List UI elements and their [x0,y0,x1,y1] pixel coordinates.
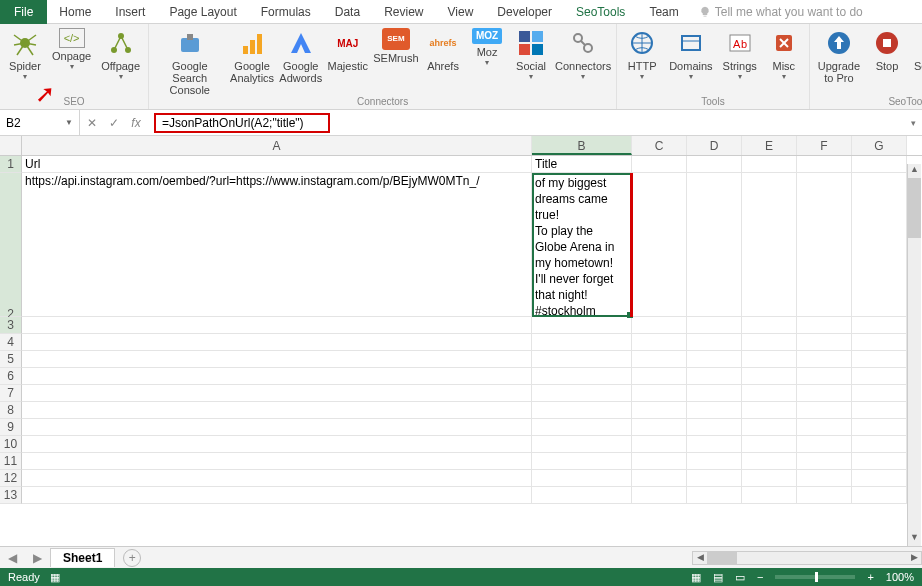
settings-button[interactable]: Settings▾ [912,26,922,84]
cell-G1[interactable] [852,156,907,173]
select-all-corner[interactable] [0,136,22,155]
col-B[interactable]: B [532,136,632,155]
tab-view[interactable]: View [436,0,486,24]
formula-input[interactable] [162,116,322,130]
scroll-left-icon[interactable]: ◀ [693,552,707,564]
col-F[interactable]: F [797,136,852,155]
google-analytics-button[interactable]: GoogleAnalytics [230,26,273,96]
http-label: HTTP [628,60,657,72]
row-9-header[interactable]: 9 [0,419,22,436]
sheet-nav-next-icon[interactable]: ▶ [25,551,50,565]
tab-seotools[interactable]: SeoTools [564,0,637,24]
cell-A3[interactable] [22,317,532,334]
view-break-icon[interactable]: ▭ [735,571,745,584]
zoom-level[interactable]: 100% [886,571,914,583]
http-button[interactable]: HTTP▾ [623,26,661,81]
horizontal-scrollbar[interactable]: ◀▶ [692,551,922,565]
row-5-header[interactable]: 5 [0,351,22,368]
cell-B1[interactable]: Title [532,156,632,173]
cell-D1[interactable] [687,156,742,173]
view-normal-icon[interactable]: ▦ [691,571,701,584]
row-8-header[interactable]: 8 [0,402,22,419]
tab-review[interactable]: Review [372,0,435,24]
cell-A1[interactable]: Url [22,156,532,173]
row-12-header[interactable]: 12 [0,470,22,487]
hscroll-thumb[interactable] [707,552,737,564]
semrush-button[interactable]: SEMSEMrush [374,26,418,96]
col-C[interactable]: C [632,136,687,155]
name-box-dropdown-icon[interactable]: ▼ [65,118,73,127]
strings-button[interactable]: AbStrings▾ [721,26,759,81]
offpage-button[interactable]: Offpage▾ [99,26,142,81]
stop-icon [872,28,902,58]
upgrade-button[interactable]: Upgradeto Pro [816,26,862,84]
cell-E2[interactable] [742,173,797,317]
row-4-header[interactable]: 4 [0,334,22,351]
tell-me[interactable]: Tell me what you want to do [699,5,863,19]
moz-button[interactable]: MOZMoz▾ [468,26,506,96]
col-E[interactable]: E [742,136,797,155]
name-box-input[interactable] [6,116,65,130]
spider-button[interactable]: Spider▾ [6,26,44,81]
vscroll-thumb[interactable] [908,178,921,238]
domains-button[interactable]: Domains▾ [667,26,714,81]
tab-developer[interactable]: Developer [485,0,564,24]
cell-G2[interactable] [852,173,907,317]
tab-page-layout[interactable]: Page Layout [157,0,248,24]
scroll-down-icon[interactable]: ▼ [908,532,921,546]
majestic-icon: MAJ [333,28,363,58]
row-7-header[interactable]: 7 [0,385,22,402]
social-button[interactable]: Social▾ [512,26,550,96]
cell-B2[interactable]: of my biggest dreams came true! To play … [532,173,632,317]
google-adwords-button[interactable]: GoogleAdwords [280,26,322,96]
row-13-header[interactable]: 13 [0,487,22,504]
cell-C1[interactable] [632,156,687,173]
formula-expand-icon[interactable]: ▾ [905,118,922,128]
sheet-tab-sheet1[interactable]: Sheet1 [50,548,115,567]
vertical-scrollbar[interactable]: ▲▼ [907,164,921,546]
cell-E1[interactable] [742,156,797,173]
tab-file[interactable]: File [0,0,47,24]
google-search-console-button[interactable]: Google SearchConsole [155,26,224,96]
row-11-header[interactable]: 11 [0,453,22,470]
tab-home[interactable]: Home [47,0,103,24]
cell-D2[interactable] [687,173,742,317]
formula-cancel-icon[interactable]: ✕ [84,116,100,130]
majestic-button[interactable]: MAJMajestic [328,26,368,96]
cell-A2[interactable]: https://api.instagram.com/oembed/?url=ht… [22,173,532,317]
zoom-out-icon[interactable]: − [757,571,763,583]
row-2-header[interactable]: 2 [0,173,22,317]
macro-record-icon[interactable]: ▦ [50,571,60,584]
onpage-button[interactable]: </>Onpage▾ [50,26,93,81]
col-G[interactable]: G [852,136,907,155]
scroll-right-icon[interactable]: ▶ [907,552,921,564]
row-10-header[interactable]: 10 [0,436,22,453]
zoom-in-icon[interactable]: + [867,571,873,583]
row-6-header[interactable]: 6 [0,368,22,385]
stop-button[interactable]: Stop [868,26,906,84]
zoom-slider[interactable] [775,575,855,579]
cell-C2[interactable] [632,173,687,317]
row-3-header[interactable]: 3 [0,317,22,334]
tab-insert[interactable]: Insert [103,0,157,24]
row-1-header[interactable]: 1 [0,156,22,173]
misc-button[interactable]: Misc▾ [765,26,803,81]
scroll-up-icon[interactable]: ▲ [908,164,921,178]
cell-F1[interactable] [797,156,852,173]
formula-accept-icon[interactable]: ✓ [106,116,122,130]
view-page-icon[interactable]: ▤ [713,571,723,584]
upgrade-lbl1: Upgrade [818,60,860,72]
ahrefs-button[interactable]: ahrefsAhrefs [424,26,462,96]
tab-formulas[interactable]: Formulas [249,0,323,24]
tab-team[interactable]: Team [637,0,690,24]
col-A[interactable]: A [22,136,532,155]
cell-B3[interactable] [532,317,632,334]
cell-F2[interactable] [797,173,852,317]
fx-icon[interactable]: fx [128,116,144,130]
sheet-nav-prev-icon[interactable]: ◀ [0,551,25,565]
name-box[interactable]: ▼ [0,110,80,135]
add-sheet-button[interactable]: + [123,549,141,567]
connectors-button[interactable]: Connectors▾ [556,26,610,96]
tab-data[interactable]: Data [323,0,372,24]
col-D[interactable]: D [687,136,742,155]
